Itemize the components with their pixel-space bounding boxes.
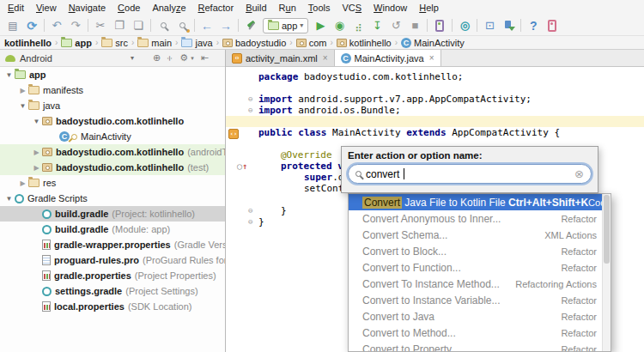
stop-icon[interactable]: ■ [405, 17, 424, 34]
sync-icon[interactable]: ⟳ [22, 17, 41, 34]
action-item-convert-schema[interactable]: Convert Schema...XML Actions [349, 227, 611, 243]
fold-marker-icon[interactable]: ⊖ [248, 105, 252, 116]
action-item-convert-to-instance-method[interactable]: Convert To Instance Method...Refactoring… [349, 276, 611, 292]
menu-edit[interactable]: Edit [2, 1, 30, 15]
project-structure-icon[interactable] [499, 17, 518, 34]
collapse-all-icon[interactable]: ÷ [165, 55, 175, 60]
hide-panel-icon[interactable]: ⇤ [201, 52, 209, 64]
chevron-collapsed-icon[interactable]: ▶ [31, 149, 42, 156]
profile-icon[interactable]: ⣴ [349, 17, 368, 34]
find-icon[interactable] [154, 17, 173, 34]
popup-scrollbar[interactable] [602, 194, 611, 351]
clear-icon[interactable]: ⊗ [574, 167, 584, 180]
menu-build[interactable]: Build [240, 1, 272, 15]
menu-analyze[interactable]: Analyze [146, 1, 191, 15]
action-item-convert-to-block[interactable]: Convert to Block...Refactor [349, 243, 611, 259]
tree-row-app[interactable]: ▼ app [0, 67, 225, 82]
action-item-convert-anonymous[interactable]: Convert Anonymous to Inner...Refactor [349, 210, 611, 227]
project-view-selector[interactable]: Android ▾ [5, 53, 134, 64]
redo-icon[interactable]: ↷ [66, 17, 85, 34]
tree-row-build-gradle-module[interactable]: build.gradle (Module: app) [0, 222, 225, 237]
chevron-expanded-icon[interactable]: ▼ [31, 118, 42, 125]
tree-row-package-androidtest[interactable]: ▶ badoystudio.com.kotlinhello (androidTe… [0, 144, 225, 160]
menu-window[interactable]: Window [368, 1, 413, 15]
profiler-icon[interactable] [543, 17, 562, 34]
tree-row-gradle-wrapper[interactable]: gradle-wrapper.properties (Gradle Versio… [0, 237, 225, 252]
menu-navigate[interactable]: Navigate [63, 1, 112, 15]
tab-activity-main-xml[interactable]: ‹› activity_main.xml × [226, 50, 335, 66]
attach-debugger-icon[interactable]: ↧ [368, 17, 386, 34]
tree-row-gradle-properties[interactable]: gradle.properties (Project Properties) [0, 268, 225, 283]
cut-icon[interactable]: ✂ [91, 17, 110, 34]
menu-view[interactable]: View [30, 1, 63, 15]
tree-row-manifests[interactable]: ▶ manifests [0, 82, 225, 98]
action-item-convert-to-function[interactable]: Convert to Function...Refactor [349, 259, 611, 276]
breadcrumb-project[interactable]: kotlinhello [4, 38, 52, 48]
gear-icon[interactable]: ⚙ [179, 52, 188, 64]
breadcrumb-app[interactable]: app [61, 38, 92, 48]
menu-help[interactable]: Help [413, 1, 445, 15]
gradle-sync-icon[interactable]: ◎ [455, 17, 474, 34]
run-icon[interactable]: ▶ [311, 17, 330, 34]
tree-row-java[interactable]: ▼ java [0, 98, 225, 113]
find-in-path-icon[interactable] [173, 17, 191, 34]
sdk-manager-icon[interactable]: ⊡ [480, 17, 499, 34]
tree-row-res[interactable]: ▶ res [0, 175, 225, 191]
breadcrumb-src[interactable]: src [101, 38, 128, 48]
tree-row-proguard-rules[interactable]: proguard-rules.pro (ProGuard Rules for a… [0, 252, 225, 268]
paste-icon[interactable]: ❏ [129, 17, 148, 34]
tab-mainactivity-java[interactable]: C MainActivity.java × [335, 50, 441, 66]
avd-manager-icon[interactable] [430, 17, 449, 34]
save-icon[interactable]: ▤ [3, 17, 22, 34]
breadcrumb-badoystudio[interactable]: badoystudio [222, 38, 286, 48]
gutter-class-marker-icon[interactable]: ‹› [228, 127, 239, 139]
tree-row-gradle-scripts[interactable]: ▼ Gradle Scripts [0, 191, 225, 206]
locate-file-icon[interactable]: ⊕ [153, 52, 161, 64]
action-item-convert-to-instance-variable[interactable]: Convert to Instance Variable...Refactor [349, 292, 611, 308]
forward-icon[interactable]: → [216, 17, 235, 34]
action-label: Convert To Instance Method... [362, 278, 500, 290]
tree-row-mainactivity[interactable]: C MainActivity [0, 129, 225, 144]
undo-icon[interactable]: ↶ [47, 17, 66, 34]
breadcrumb-java[interactable]: java [181, 38, 212, 48]
breadcrumb-mainactivity[interactable]: CMainActivity [401, 38, 465, 48]
chevron-expanded-icon[interactable]: ▼ [17, 102, 28, 110]
breadcrumb-kotlinhello[interactable]: kotlinhello [337, 38, 392, 48]
build-hammer-icon[interactable] [241, 17, 260, 34]
action-item-convert-java-to-kotlin[interactable]: Convert Java File to Kotlin File Ctrl+Al… [349, 194, 611, 210]
override-gutter-icon[interactable]: ○↑ [237, 161, 247, 172]
help-icon[interactable]: ? [524, 17, 543, 34]
run-config-selector[interactable]: app ▾ [263, 18, 308, 33]
tree-row-package-main[interactable]: ▼ badoystudio.com.kotlinhello [0, 113, 225, 129]
fold-marker-icon[interactable]: ⊖ [248, 216, 252, 228]
scrollbar-thumb[interactable] [604, 195, 610, 264]
close-icon[interactable]: × [323, 53, 328, 63]
breadcrumb-com[interactable]: com [296, 38, 327, 48]
tree-row-build-gradle-project[interactable]: build.gradle (Project: kotlinhello) [0, 206, 225, 222]
menu-tools[interactable]: Tools [302, 1, 337, 15]
breadcrumb-main[interactable]: main [137, 38, 172, 48]
menu-refactor[interactable]: Refactor [192, 1, 240, 15]
chevron-collapsed-icon[interactable]: ▶ [17, 87, 28, 94]
chevron-collapsed-icon[interactable]: ▶ [17, 179, 28, 187]
back-icon[interactable]: ← [197, 17, 216, 34]
fold-marker-icon[interactable]: ⊖ [248, 94, 252, 105]
close-icon[interactable]: × [429, 53, 434, 63]
action-item-convert-to-method[interactable]: Convert to Method...Refactor [349, 325, 611, 341]
menu-code[interactable]: Code [112, 1, 146, 15]
tree-row-package-test[interactable]: ▶ badoystudio.com.kotlinhello (test) [0, 160, 225, 175]
chevron-collapsed-icon[interactable]: ▶ [31, 164, 42, 172]
debug-icon[interactable]: ◉ [330, 17, 349, 34]
action-item-convert-to-java[interactable]: Convert to JavaRefactor [349, 308, 611, 325]
chevron-expanded-icon[interactable]: ▼ [3, 71, 15, 79]
rerun-icon[interactable]: ↺ [386, 17, 405, 34]
menu-vcs[interactable]: VCS [336, 1, 368, 15]
copy-icon[interactable]: ❐ [110, 17, 129, 34]
tree-row-settings-gradle[interactable]: settings.gradle (Project Settings) [0, 283, 225, 299]
fold-marker-icon[interactable]: ⊖ [248, 205, 252, 216]
action-search-field[interactable]: convert ⊗ [348, 164, 592, 184]
action-item-convert-to-property[interactable]: Convert to PropertyRefactor [349, 341, 611, 352]
menu-run[interactable]: Run [273, 1, 302, 15]
chevron-expanded-icon[interactable]: ▼ [3, 195, 15, 203]
tree-row-local-properties[interactable]: local.properties (SDK Location) [0, 299, 225, 314]
